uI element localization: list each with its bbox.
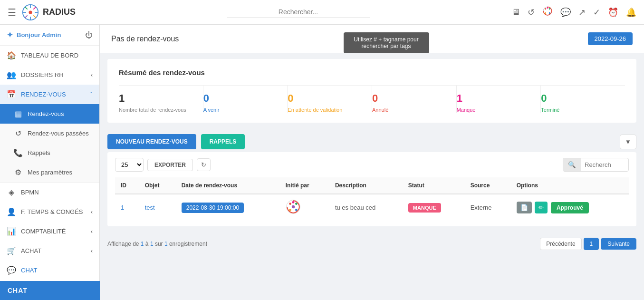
svg-point-17 (289, 203, 291, 205)
svg-point-11 (545, 8, 546, 10)
table-search-icon[interactable]: 🔍 (563, 158, 581, 171)
hamburger-icon[interactable]: ☰ (8, 7, 16, 18)
dossiers-icon: 👥 (7, 70, 16, 79)
sidebar-user-greeting: ✦ Bonjour Admin (7, 30, 61, 39)
chevron-icon: ‹ (91, 72, 93, 78)
actions-row: NOUVEAU RENDEZ-VOUS RAPPELS ▼ (100, 128, 644, 152)
cell-source: Externe (465, 194, 511, 221)
prev-page-button[interactable]: Précédente (540, 238, 581, 250)
user-icon: ✦ (7, 30, 13, 39)
svg-point-21 (292, 201, 294, 203)
pagination-info: Affichage de 1 à 1 sur 1 enregistrement (107, 241, 207, 247)
filter-icon: ▼ (625, 138, 631, 145)
sidebar-user: ✦ Bonjour Admin ⏻ (0, 25, 99, 46)
top-card: Pas de rendez-vous Utilisez # + tagname … (100, 25, 644, 53)
monitor-icon[interactable]: 🖥 (511, 7, 520, 17)
sidebar-item-chat[interactable]: 💬 CHAT (0, 261, 99, 280)
stat-avenir-number: 0 (203, 92, 288, 105)
sidebar-item-bpmn[interactable]: ◈ BPMN (0, 183, 99, 202)
next-page-button[interactable]: Suivante (601, 238, 636, 250)
option-approve-button[interactable]: Approuvé (551, 202, 589, 213)
new-rdv-button[interactable]: NOUVEAU RENDEZ-VOUS (107, 134, 196, 149)
power-icon[interactable]: ⏻ (85, 31, 93, 39)
achat-icon: 🛒 (7, 246, 16, 255)
option-edit-button[interactable]: ✏ (535, 202, 548, 213)
filter-button[interactable]: ▼ (620, 135, 636, 149)
sidebar-item-comptabilite[interactable]: 📊 COMPTABILITÉ ‹ (0, 222, 99, 241)
col-id: ID (115, 177, 139, 194)
chat-bubble-icon[interactable]: 💬 (560, 7, 571, 18)
stat-attente-label: En attente de validation (288, 106, 372, 113)
stat-avenir: 0 A venir (203, 86, 288, 113)
pagination-row: Affichage de 1 à 1 sur 1 enregistrement … (100, 234, 644, 252)
sidebar-item-rendezvous-passees[interactable]: ↺ Rendez-vous passées (0, 124, 99, 143)
sidebar-item-rendezvous[interactable]: ▦ Rendez-vous (0, 104, 99, 124)
status-badge: MANQUE (408, 203, 441, 213)
stat-attente: 0 En attente de validation (288, 86, 372, 113)
bell-icon[interactable]: 🔔 (626, 7, 636, 18)
topnav: ☰ RADIUS 🖥 ↺ (0, 0, 644, 25)
sidebar-item-rendezvous-parent[interactable]: 📅 RENDEZ-VOUS ˅ (0, 85, 99, 104)
stat-total-label: Nombre total de rendez-vous (119, 106, 203, 113)
table-controls: 25 50 100 EXPORTER ↻ 🔍 (115, 158, 629, 172)
home-icon: 🏠 (7, 51, 16, 60)
table-search-input[interactable] (581, 159, 628, 171)
clock-icon[interactable]: ⏰ (608, 7, 618, 18)
export-button[interactable]: EXPORTER (147, 159, 193, 171)
cell-statut: MANQUE (403, 194, 465, 221)
search-input[interactable] (227, 6, 370, 18)
appointments-table: ID Objet Date de rendez-vous Initié par … (115, 177, 629, 221)
layout: ✦ Bonjour Admin ⏻ 🏠 TABLEAU DE BORD 👥 DO… (0, 25, 644, 300)
stat-annule-number: 0 (372, 92, 456, 105)
history-icon: ↺ (13, 129, 23, 138)
svg-point-20 (289, 209, 291, 211)
per-page-select[interactable]: 25 50 100 (115, 158, 144, 172)
col-date: Date de rendez-vous (176, 177, 280, 194)
table-section: 25 50 100 EXPORTER ↻ 🔍 ID Objet Date de … (107, 152, 636, 226)
svg-point-15 (547, 7, 548, 9)
stat-manque-number: 1 (457, 92, 541, 105)
chat-bar[interactable]: CHAT (0, 281, 100, 300)
refresh-button[interactable]: ↻ (197, 158, 211, 171)
option-doc-button[interactable]: 📄 (517, 202, 532, 213)
chat-icon: 💬 (7, 266, 16, 275)
app-title: RADIUS (43, 7, 76, 17)
table-header-row: ID Objet Date de rendez-vous Initié par … (115, 177, 629, 194)
svg-point-1 (29, 10, 32, 14)
chevron-down-icon: ˅ (90, 91, 93, 98)
sidebar-item-tableau[interactable]: 🏠 TABLEAU DE BORD (0, 46, 99, 65)
sidebar: ✦ Bonjour Admin ⏻ 🏠 TABLEAU DE BORD 👥 DO… (0, 25, 100, 300)
stat-termine: 0 Terminé (541, 86, 625, 113)
stat-avenir-label: A venir (203, 106, 288, 113)
share-icon[interactable]: ↗ (578, 7, 586, 18)
refresh-icon[interactable]: ↺ (528, 7, 535, 18)
stat-total: 1 Nombre total de rendez-vous (119, 86, 203, 113)
svg-point-22 (291, 205, 294, 208)
summary-section: Résumé des rendez-vous 1 Nombre total de… (107, 59, 636, 123)
svg-line-7 (33, 15, 36, 18)
sidebar-item-dossiers[interactable]: 👥 DOSSIERS RH ‹ (0, 65, 99, 85)
col-options: Options (511, 177, 629, 194)
palette-icon[interactable] (542, 6, 553, 19)
chevron-icon-4: ‹ (91, 248, 93, 254)
sidebar-item-rappels[interactable]: 📞 Rappels (0, 143, 99, 163)
rappels-button[interactable]: RAPPELS (201, 134, 245, 149)
search-container (85, 6, 511, 18)
sidebar-item-temps[interactable]: 👤 F. TEMPS & CONGÉS ‹ (0, 202, 99, 222)
sidebar-submenu-rendezvous: ▦ Rendez-vous ↺ Rendez-vous passées 📞 Ra… (0, 104, 99, 182)
cell-options: 📄 ✏ Approuvé (511, 194, 629, 221)
current-page-button[interactable]: 1 (584, 238, 599, 250)
sidebar-item-achat[interactable]: 🛒 ACHAT ‹ (0, 241, 99, 261)
cell-description: tu es beau ced (329, 194, 403, 221)
svg-point-12 (549, 8, 550, 10)
svg-line-6 (25, 7, 27, 9)
phone-icon: 📞 (13, 148, 23, 157)
svg-line-9 (25, 15, 27, 18)
date-badge: 2022-09-26 (588, 32, 633, 45)
sidebar-item-parametres[interactable]: ⚙ Mes paramètres (0, 163, 99, 182)
comptabilite-icon: 📊 (7, 227, 16, 236)
check-icon[interactable]: ✓ (593, 7, 600, 18)
cell-id: 1 (115, 194, 139, 221)
cell-initie (280, 194, 329, 221)
chevron-icon-2: ‹ (91, 209, 93, 215)
